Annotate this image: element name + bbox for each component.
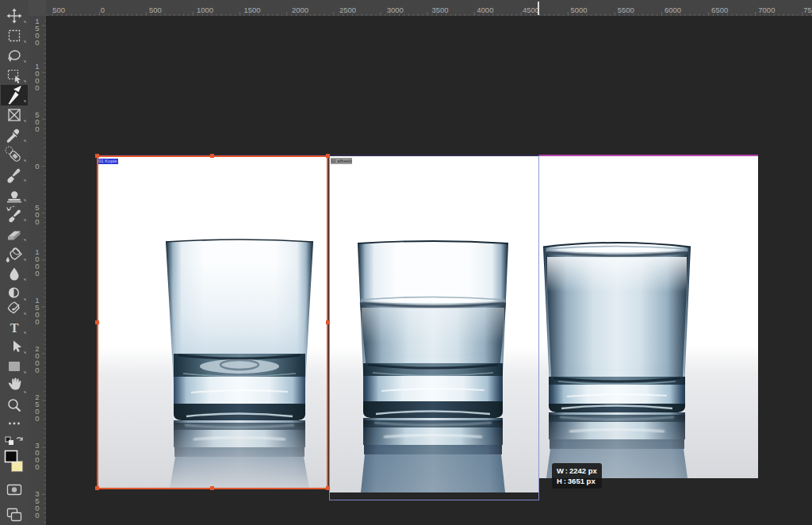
svg-text:T: T: [10, 321, 19, 335]
